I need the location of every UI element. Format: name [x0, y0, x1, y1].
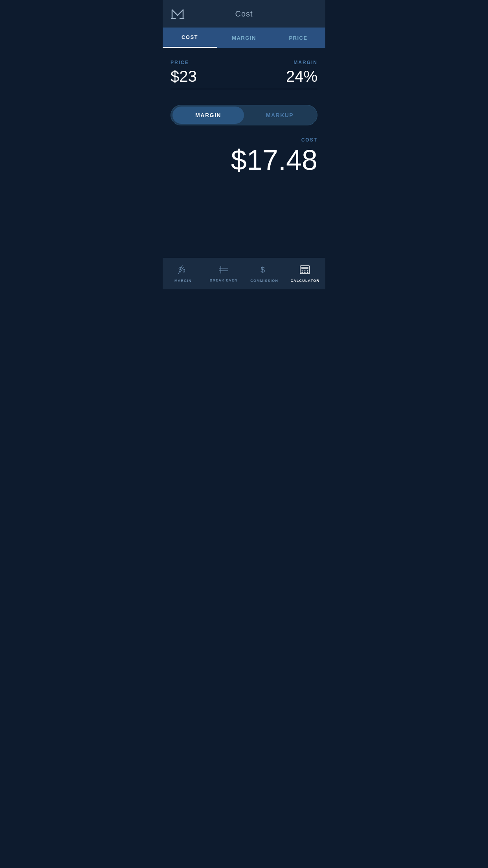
bottom-navigation: % MARGIN BREAK EVEN $ COMMISSION — [163, 258, 325, 289]
nav-break-even[interactable]: BREAK EVEN — [204, 258, 244, 289]
svg-text:$: $ — [261, 265, 265, 274]
svg-point-14 — [305, 272, 306, 273]
input-section: PRICE $23 MARGIN 24% — [171, 60, 317, 89]
toggle-markup[interactable]: MARKUP — [244, 107, 316, 124]
svg-point-10 — [302, 270, 303, 271]
calculator-nav-icon — [300, 265, 310, 276]
svg-point-15 — [307, 272, 308, 273]
margin-markup-toggle[interactable]: MARGIN MARKUP — [171, 105, 317, 125]
margin-input-group: MARGIN 24% — [244, 60, 317, 89]
result-label: COST — [301, 137, 317, 143]
margin-input-value[interactable]: 24% — [286, 68, 317, 84]
nav-calculator-label: CALCULATOR — [290, 279, 319, 283]
nav-break-even-label: BREAK EVEN — [210, 278, 238, 282]
section-tabs: COST MARGIN PRICE — [163, 28, 325, 48]
margin-input-label: MARGIN — [294, 60, 317, 65]
nav-commission[interactable]: $ COMMISSION — [244, 258, 285, 289]
nav-margin[interactable]: % MARGIN — [163, 258, 204, 289]
break-even-nav-icon — [218, 266, 229, 276]
svg-point-12 — [307, 270, 308, 271]
svg-point-11 — [305, 270, 306, 271]
result-section: COST $17.48 — [171, 137, 317, 174]
margin-divider — [244, 89, 317, 89]
tab-cost[interactable]: COST — [163, 28, 217, 48]
svg-point-13 — [302, 272, 303, 273]
price-divider — [171, 89, 244, 89]
commission-nav-icon: $ — [260, 265, 269, 276]
toggle-margin[interactable]: MARGIN — [172, 107, 244, 124]
tab-price[interactable]: PRICE — [271, 28, 325, 48]
result-value: $17.48 — [231, 146, 317, 174]
margin-nav-icon: % — [178, 265, 188, 276]
price-value[interactable]: $23 — [171, 68, 197, 84]
page-title: Cost — [235, 9, 253, 18]
logo — [171, 8, 185, 19]
main-content: PRICE $23 MARGIN 24% MARGIN MARKUP COST … — [163, 48, 325, 258]
app-header: Cost — [163, 0, 325, 28]
nav-commission-label: COMMISSION — [250, 279, 278, 283]
svg-rect-9 — [301, 267, 308, 269]
tab-margin[interactable]: MARGIN — [217, 28, 271, 48]
price-label: PRICE — [171, 60, 189, 65]
price-input-group: PRICE $23 — [171, 60, 244, 89]
nav-margin-label: MARGIN — [174, 279, 192, 283]
nav-calculator[interactable]: CALCULATOR — [285, 258, 326, 289]
